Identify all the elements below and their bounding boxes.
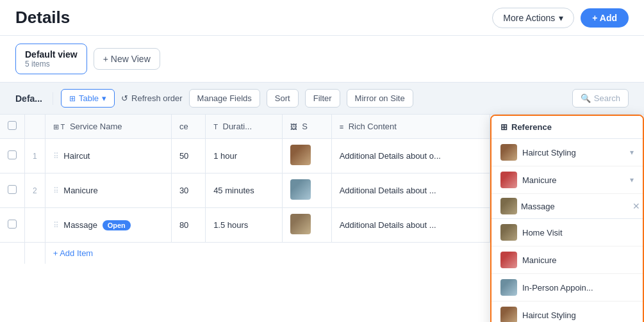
add-label: + Add	[592, 13, 617, 23]
grid-icon: ⊞	[69, 94, 76, 103]
row2-checkbox-cell	[0, 173, 25, 208]
reference-panel-header: ⊞ Reference	[491, 116, 643, 139]
row3-duration: 1.5 hours	[206, 208, 283, 243]
ref-item-left-2: Manicure	[500, 172, 556, 188]
chevron-down-icon: ▾	[559, 13, 563, 23]
row1-num: 1	[25, 139, 45, 173]
row2-checkbox[interactable]	[8, 185, 17, 194]
reference-search-input[interactable]	[521, 202, 629, 211]
sort-button[interactable]: Sort	[267, 89, 299, 108]
default-view-tab[interactable]: Default view 5 items	[15, 44, 87, 74]
header-service-name: ⊞ T Service Name	[45, 115, 171, 139]
image-icon: 🖼	[290, 123, 297, 131]
ref-label-2: Manicure	[522, 175, 556, 185]
status-badge: Open	[103, 220, 131, 230]
row2-image	[282, 173, 331, 208]
filter-button[interactable]: Filter	[305, 89, 340, 108]
manage-fields-label: Manage Fields	[197, 93, 252, 103]
header-image: 🖼 S	[282, 115, 331, 139]
reference-icon: ⊞	[500, 122, 508, 132]
manage-fields-button[interactable]: Manage Fields	[189, 89, 260, 108]
ref-thumb-1	[500, 144, 517, 161]
header-checkbox-cell	[0, 115, 25, 139]
ref-thumb-in-person	[500, 279, 517, 296]
refresh-icon: ↺	[121, 93, 128, 103]
text-icon: ⊞ T	[53, 123, 65, 131]
dropdown-item-haircut-styling[interactable]: Haircut Styling	[491, 302, 643, 322]
chevron-down-icon: ▾	[630, 148, 634, 157]
dropdown-label-in-person: In-Person Appoin...	[522, 283, 593, 293]
table-view-button[interactable]: ⊞ Table ▾	[61, 89, 115, 108]
dropdown-item-manicure[interactable]: Manicure	[491, 246, 643, 274]
header-actions: More Actions ▾ + Add	[492, 8, 629, 28]
search-label: Search	[594, 93, 620, 103]
reference-item-2[interactable]: Manicure ▾	[491, 166, 643, 194]
header-duration: T Durati...	[206, 115, 283, 139]
row1-checkbox[interactable]	[8, 150, 17, 159]
dropdown-item-left: In-Person Appoin...	[500, 279, 593, 296]
chevron-down-icon: ▾	[102, 93, 106, 103]
drag-handle-icon[interactable]: ⠿	[53, 152, 62, 161]
ref-thumb-2	[500, 172, 517, 188]
row1-duration: 1 hour	[206, 139, 283, 173]
filter-label: Filter	[313, 93, 332, 103]
drag-handle-icon[interactable]: ⠿	[53, 221, 62, 230]
row3-rich-content: Additional Details about ...	[331, 208, 490, 243]
dropdown-item-left: Home Visit	[500, 224, 563, 241]
header-row-num	[25, 115, 45, 139]
views-bar: Default view 5 items + New View	[0, 36, 644, 83]
row1-service-name: ⠿ Haircut	[45, 139, 171, 173]
row2-num: 2	[25, 173, 45, 208]
ref-thumb-3	[500, 198, 517, 214]
row2-image-thumb	[290, 179, 311, 200]
main-content: ⊞ T Service Name ce T Durati... 🖼 S ≡ R	[0, 115, 644, 322]
reference-panel: ⊞ Reference Haircut Styling ▾ Manicure ▾…	[490, 115, 644, 322]
add-button[interactable]: + Add	[581, 8, 629, 28]
page-title: Details	[15, 8, 70, 28]
row1-image-thumb	[290, 145, 311, 165]
sort-label: Sort	[275, 93, 290, 103]
row2-rich-content: Additional Details about ...	[331, 173, 490, 208]
row3-price: 80	[171, 208, 205, 243]
row1-price: 50	[171, 139, 205, 173]
row2-duration: 45 minutes	[206, 173, 283, 208]
rich-icon: ≡	[340, 123, 343, 131]
search-bar[interactable]: 🔍 Search	[572, 89, 629, 108]
more-actions-button[interactable]: More Actions ▾	[492, 8, 574, 28]
text-icon-2: T	[213, 123, 218, 131]
row3-image	[282, 208, 331, 243]
row2-price: 30	[171, 173, 205, 208]
toolbar: Defa... ⊞ Table ▾ ↺ Refresh order Manage…	[0, 83, 644, 115]
dropdown-item-in-person[interactable]: In-Person Appoin...	[491, 274, 643, 302]
table-label: Table	[79, 93, 99, 103]
page-header: Details More Actions ▾ + Add	[0, 0, 644, 36]
new-view-button[interactable]: + New View	[94, 48, 160, 70]
refresh-order-button[interactable]: ↺ Refresh order	[121, 90, 182, 107]
mirror-label: Mirror on Site	[355, 93, 405, 103]
reference-search-row: ✕ ▾	[491, 194, 643, 219]
dropdown-item-left: Haircut Styling	[500, 307, 576, 322]
header-rich-content: ≡ Rich Content	[331, 115, 490, 139]
add-item-num	[25, 243, 45, 264]
chevron-down-icon: ▾	[630, 175, 634, 184]
header-checkbox[interactable]	[8, 121, 17, 130]
ref-item-left-1: Haircut Styling	[500, 144, 576, 161]
clear-icon[interactable]: ✕	[632, 201, 640, 211]
new-view-label: + New View	[103, 54, 151, 64]
ref-label-1: Haircut Styling	[522, 148, 576, 157]
row2-service-name: ⠿ Manicure	[45, 173, 171, 208]
more-actions-label: More Actions	[503, 13, 555, 23]
view-tab-count: 5 items	[25, 60, 78, 68]
reference-item-1[interactable]: Haircut Styling ▾	[491, 139, 643, 166]
row1-image	[282, 139, 331, 173]
row3-num	[25, 208, 45, 243]
dropdown-item-home-visit[interactable]: Home Visit	[491, 219, 643, 246]
toolbar-view-name: Defa...	[15, 93, 42, 104]
mirror-on-site-button[interactable]: Mirror on Site	[347, 89, 413, 108]
reference-title: Reference	[511, 122, 552, 132]
ref-thumb-manicure	[500, 252, 517, 268]
row3-checkbox[interactable]	[8, 220, 17, 229]
drag-handle-icon[interactable]: ⠿	[53, 186, 62, 195]
ref-thumb-haircut-styling	[500, 307, 517, 322]
toolbar-divider	[53, 92, 53, 105]
